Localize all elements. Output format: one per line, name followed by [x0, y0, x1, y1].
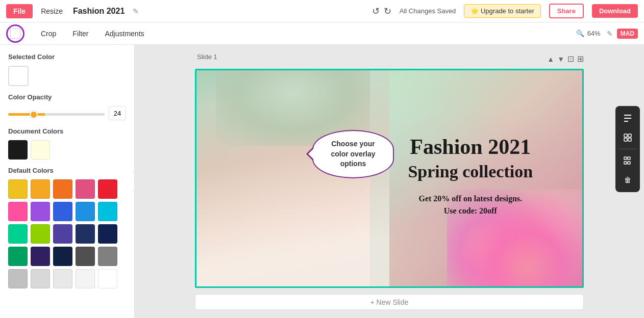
color-darkorange[interactable] [53, 179, 72, 199]
file-button[interactable]: File [6, 4, 33, 18]
grid-tool-button[interactable] [618, 151, 637, 170]
edit-title-icon[interactable]: ✎ [133, 7, 139, 15]
new-slide-button[interactable]: + New Slide [195, 294, 584, 310]
svg-rect-7 [624, 157, 627, 160]
selected-color-title: Selected Color [8, 53, 126, 61]
color-indigo[interactable] [53, 224, 72, 244]
slide-label: Slide 1 [197, 53, 217, 61]
default-colors-title: Default Colors [8, 167, 126, 174]
color-purple[interactable] [31, 202, 50, 221]
color-yellow[interactable] [8, 179, 28, 199]
slide-canvas[interactable]: Fashion 2021 Spring collection Get 20% o… [195, 69, 584, 288]
color-navy1[interactable] [76, 224, 95, 244]
slide-subtitle: Spring collection [369, 162, 572, 182]
color-lightgray1[interactable] [31, 269, 50, 288]
svg-rect-1 [624, 118, 631, 119]
color-lightgray2[interactable] [53, 269, 72, 288]
selected-color-preview[interactable] [8, 66, 29, 86]
crop-button[interactable]: Crop [33, 25, 64, 42]
slide-view1-button[interactable]: ⊡ [567, 54, 574, 64]
slide-main-title: Fashion 2021 [369, 135, 572, 158]
selected-color-circle[interactable] [6, 24, 24, 43]
svg-rect-2 [624, 121, 628, 122]
color-orange[interactable] [31, 179, 50, 199]
document-colors-title: Document Colors [8, 127, 126, 135]
svg-rect-0 [624, 115, 631, 116]
doc-color-black[interactable] [8, 140, 28, 160]
opacity-row: 24 [8, 106, 126, 120]
pencil-icon: ✎ [607, 30, 613, 38]
slide-up-button[interactable]: ▲ [547, 55, 554, 63]
color-cyan[interactable] [98, 202, 117, 221]
color-blue[interactable] [53, 202, 72, 221]
adjustments-button[interactable]: Adjustments [96, 25, 152, 42]
undo-redo-group: ↺ ↻ [372, 6, 391, 17]
color-red[interactable] [98, 179, 117, 199]
canvas-area: Slide 1 ▲ ▼ ⊡ ⊞ [135, 45, 644, 318]
svg-rect-10 [628, 162, 630, 164]
color-lime[interactable] [31, 224, 50, 244]
color-green[interactable] [8, 247, 28, 266]
zoom-area: 🔍 64% [576, 30, 601, 37]
tooltip-bubble: Choose your color overlay options [312, 130, 394, 178]
opacity-slider[interactable] [8, 113, 105, 116]
download-button[interactable]: Download [592, 4, 638, 18]
svg-rect-6 [628, 138, 631, 141]
opacity-title: Color Opacity [8, 93, 126, 101]
color-silver[interactable] [8, 269, 28, 288]
opacity-value: 24 [109, 106, 126, 120]
color-hotpink[interactable] [8, 202, 28, 221]
main-area: Selected Color Color Opacity 24 Document… [0, 45, 644, 318]
save-status: All Changes Saved [400, 7, 456, 15]
color-white[interactable] [98, 269, 117, 288]
zoom-icon: 🔍 [576, 30, 584, 37]
document-colors-grid [8, 140, 126, 160]
delete-tool-button[interactable]: 🗑 [618, 171, 637, 189]
redo-button[interactable]: ↻ [384, 6, 391, 17]
upgrade-button[interactable]: ⭐ Upgrade to starter [464, 4, 540, 18]
left-panel: Selected Color Color Opacity 24 Document… [0, 45, 135, 318]
top-bar: File Resize Fashion 2021 ✎ ↺ ↻ All Chang… [0, 0, 644, 22]
color-gray[interactable] [98, 247, 117, 266]
color-nearwhite[interactable] [76, 269, 95, 288]
color-darkindigo[interactable] [31, 247, 50, 266]
resize-button[interactable]: Resize [41, 7, 63, 15]
color-skyblue[interactable] [76, 202, 95, 221]
default-colors-grid [8, 179, 126, 288]
svg-rect-8 [628, 157, 630, 160]
svg-rect-9 [624, 162, 627, 164]
zoom-level: 64% [587, 30, 601, 37]
slide-body-text: Get 20% off on latest designs. Use code:… [369, 193, 572, 217]
secondary-toolbar: Crop Filter Adjustments 🔍 64% ✎ MAD [0, 22, 644, 45]
tools-divider [618, 149, 637, 149]
filter-button[interactable]: Filter [64, 25, 96, 42]
user-badge: MAD [617, 29, 638, 39]
slide-down-button[interactable]: ▼ [557, 55, 564, 63]
color-darkgray[interactable] [76, 247, 95, 266]
right-floating-toolbar: 🗑 [615, 106, 640, 192]
slide-wrapper: Fashion 2021 Spring collection Get 20% o… [195, 69, 584, 288]
svg-rect-3 [624, 134, 627, 137]
opacity-slider-wrap [8, 109, 105, 118]
color-navy2[interactable] [98, 224, 117, 244]
color-darknavy[interactable] [53, 247, 72, 266]
undo-button[interactable]: ↺ [372, 6, 380, 17]
color-teal[interactable] [8, 224, 28, 244]
svg-rect-4 [628, 134, 631, 137]
document-title: Fashion 2021 [73, 7, 125, 16]
share-button[interactable]: Share [549, 4, 584, 18]
svg-rect-5 [624, 138, 627, 141]
slide-view2-button[interactable]: ⊞ [577, 54, 584, 64]
doc-color-lightyellow[interactable] [31, 140, 50, 160]
layout-tool-button[interactable] [618, 128, 637, 147]
align-tool-button[interactable] [618, 109, 637, 127]
color-pink[interactable] [76, 179, 95, 199]
